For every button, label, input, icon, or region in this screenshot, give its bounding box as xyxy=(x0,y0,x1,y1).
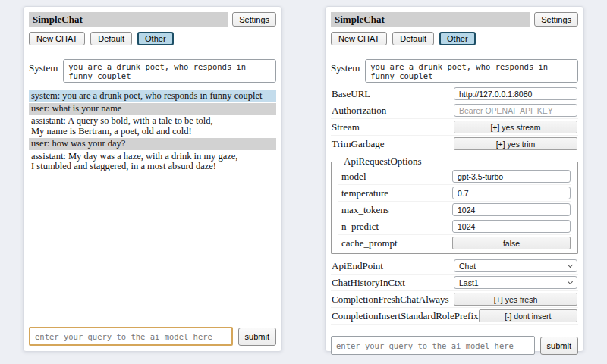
settings-list: BaseURL Authorization Stream [+] yes str… xyxy=(331,86,578,325)
system-prompt-row: System you are a drunk poet, who respond… xyxy=(29,59,276,83)
authorization-label: Authorization xyxy=(332,105,454,117)
completion-fresh-toggle-button[interactable]: [+] yes fresh xyxy=(454,293,577,306)
n-predict-input[interactable] xyxy=(452,220,571,233)
stream-label: Stream xyxy=(332,121,454,133)
setting-row-n-predict: n_predict xyxy=(338,218,571,235)
chat-history-selected-value: Last1 xyxy=(459,278,479,287)
completion-insert-toggle-button[interactable]: [-] dont insert xyxy=(479,309,577,322)
system-prompt-input[interactable]: you are a drunk poet, who responds in fu… xyxy=(365,59,578,83)
system-prompt-input[interactable]: you are a drunk poet, who responds in fu… xyxy=(63,59,276,83)
cache-prompt-label: cache_prompt xyxy=(341,237,452,249)
chat-history-label: ChatHistoryInCtxt xyxy=(332,277,454,289)
divider xyxy=(30,52,275,52)
settings-panel: SimpleChat Settings New CHAT Default Oth… xyxy=(325,6,584,352)
api-request-options-legend: ApiRequestOptions xyxy=(341,155,425,168)
setting-row-completion-insert: CompletionInsertStandardRolePrefix [-] d… xyxy=(331,308,578,325)
api-request-options-fieldset: ApiRequestOptions model temperature max_… xyxy=(331,155,578,254)
setting-row-stream: Stream [+] yes stream xyxy=(331,119,578,136)
chat-history-select[interactable]: Last1 xyxy=(454,276,577,289)
new-chat-button[interactable]: New CHAT xyxy=(29,32,85,46)
completion-fresh-label: CompletionFreshChatAlways xyxy=(332,293,454,306)
session-toolbar: New CHAT Default Other xyxy=(29,32,276,46)
chat-panel: SimpleChat Settings New CHAT Default Oth… xyxy=(23,6,282,352)
app-title: SimpleChat xyxy=(29,12,228,27)
stream-toggle-button[interactable]: [+] yes stream xyxy=(454,121,577,133)
chevron-down-icon xyxy=(568,279,573,284)
setting-row-authorization: Authorization xyxy=(331,102,578,119)
model-label: model xyxy=(341,171,452,183)
cache-prompt-toggle-button[interactable]: false xyxy=(452,237,571,249)
divider xyxy=(332,52,577,52)
query-footer: submit xyxy=(29,315,276,346)
setting-row-trimgarbage: TrimGarbage [+] yes trim xyxy=(331,136,578,152)
authorization-input[interactable] xyxy=(454,104,577,117)
chevron-down-icon xyxy=(568,262,573,268)
n-predict-label: n_predict xyxy=(341,221,452,233)
query-row: submit xyxy=(331,336,578,355)
setting-row-cache-prompt: cache_prompt false xyxy=(338,235,571,251)
setting-row-temperature: temperature xyxy=(338,185,571,202)
setting-row-model: model xyxy=(338,168,571,185)
chat-message-list: system: you are a drunk poet, who respon… xyxy=(29,90,276,315)
max-tokens-input[interactable] xyxy=(452,203,571,216)
titlebar: SimpleChat Settings xyxy=(29,12,276,27)
baseurl-label: BaseURL xyxy=(332,88,454,100)
chat-message-assistant: assistant: My day was a haze, with a dri… xyxy=(29,151,276,173)
query-input[interactable] xyxy=(29,327,233,346)
app-title: SimpleChat xyxy=(331,12,530,27)
divider xyxy=(30,322,275,322)
trimgarbage-label: TrimGarbage xyxy=(332,138,454,150)
temperature-input[interactable] xyxy=(452,187,571,199)
chat-message-user: user: what is your name xyxy=(29,103,276,115)
setting-row-chat-history: ChatHistoryInCtxt Last1 xyxy=(331,275,578,291)
api-endpoint-label: ApiEndPoint xyxy=(332,260,454,272)
system-label: System xyxy=(29,59,58,83)
session-toolbar: New CHAT Default Other xyxy=(331,32,578,46)
api-endpoint-select[interactable]: Chat xyxy=(454,259,577,272)
model-input[interactable] xyxy=(452,170,571,183)
max-tokens-label: max_tokens xyxy=(341,204,452,216)
submit-button[interactable]: submit xyxy=(540,337,578,355)
query-row: submit xyxy=(29,327,276,346)
query-input[interactable] xyxy=(331,336,535,355)
trimgarbage-toggle-button[interactable]: [+] yes trim xyxy=(454,137,577,150)
session-tab-other[interactable]: Other xyxy=(439,32,476,46)
submit-button[interactable]: submit xyxy=(238,328,276,346)
baseurl-input[interactable] xyxy=(454,87,577,100)
setting-row-completion-fresh: CompletionFreshChatAlways [+] yes fresh xyxy=(331,291,578,308)
api-endpoint-selected-value: Chat xyxy=(459,262,476,271)
chat-message-system: system: you are a drunk poet, who respon… xyxy=(29,90,276,102)
setting-row-max-tokens: max_tokens xyxy=(338,202,571,218)
settings-button[interactable]: Settings xyxy=(534,12,578,27)
system-label: System xyxy=(331,59,360,83)
chat-message-user: user: how was your day? xyxy=(29,138,276,150)
temperature-label: temperature xyxy=(341,187,452,199)
setting-row-api-endpoint: ApiEndPoint Chat xyxy=(331,258,578,275)
completion-insert-label: CompletionInsertStandardRolePrefix xyxy=(332,310,479,322)
settings-button[interactable]: Settings xyxy=(232,12,276,27)
new-chat-button[interactable]: New CHAT xyxy=(331,32,387,46)
setting-row-baseurl: BaseURL xyxy=(331,86,578,102)
titlebar: SimpleChat Settings xyxy=(331,12,578,27)
query-footer: submit xyxy=(331,325,578,355)
session-tab-default[interactable]: Default xyxy=(90,32,132,46)
chat-message-assistant: assistant: A query so bold, with a tale … xyxy=(29,115,276,137)
system-prompt-row: System you are a drunk poet, who respond… xyxy=(331,59,578,83)
divider xyxy=(332,331,577,331)
session-tab-other[interactable]: Other xyxy=(137,32,174,46)
session-tab-default[interactable]: Default xyxy=(392,32,434,46)
